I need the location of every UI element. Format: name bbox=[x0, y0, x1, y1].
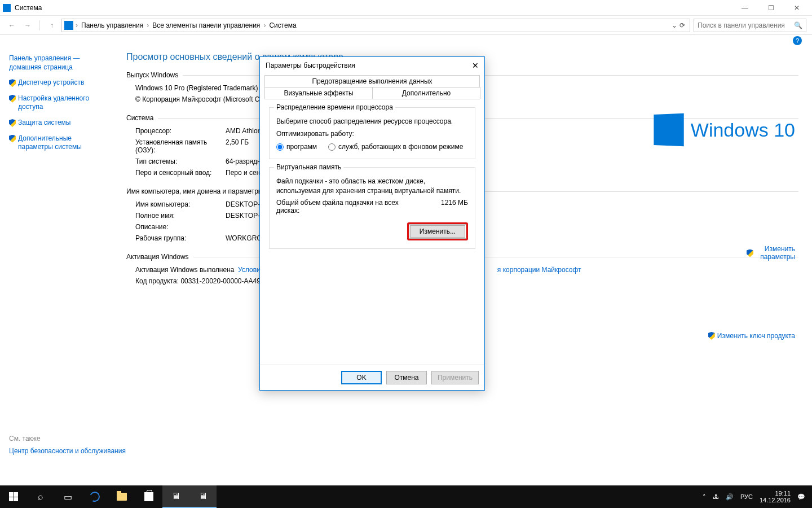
shield-icon bbox=[9, 79, 16, 87]
see-also-section: См. также Центр безопасности и обслужива… bbox=[9, 435, 126, 463]
change-settings-link[interactable]: Изменить параметры bbox=[747, 245, 795, 261]
dialog-close-button[interactable]: ✕ bbox=[456, 61, 479, 70]
link-text: Изменить ключ продукта bbox=[717, 332, 795, 340]
search-box[interactable]: 🔍 bbox=[694, 19, 806, 32]
start-button[interactable] bbox=[0, 485, 27, 508]
windows-logo-icon bbox=[654, 113, 683, 146]
processor-scheduling-group: Распределение времени процессора Выберит… bbox=[269, 107, 475, 159]
system-tray: ˄ 🖧 🔊 РУС 19:11 14.12.2016 💬 bbox=[696, 490, 812, 503]
group-legend: Система bbox=[126, 114, 158, 122]
sidebar-item-advanced-settings[interactable]: Дополнительные параметры системы bbox=[9, 134, 104, 152]
minimize-button[interactable]: — bbox=[732, 0, 758, 16]
radio-background-services[interactable]: служб, работающих в фоновом режиме bbox=[328, 143, 463, 151]
change-button[interactable]: Изменить... bbox=[410, 225, 465, 238]
sidebar-item-label: Дополнительные параметры системы bbox=[18, 134, 104, 152]
help-icon[interactable]: ? bbox=[793, 36, 802, 45]
dialog-tabs: Предотвращение выполнения данных Визуаль… bbox=[264, 75, 480, 99]
breadcrumb-item[interactable]: Все элементы панели управления bbox=[149, 21, 263, 29]
store-icon bbox=[144, 492, 153, 501]
maximize-button[interactable]: ☐ bbox=[758, 0, 784, 16]
task-view-button[interactable]: ▭ bbox=[54, 485, 81, 508]
windows-start-icon bbox=[9, 492, 18, 501]
close-button[interactable]: ✕ bbox=[784, 0, 810, 16]
taskbar-file-explorer[interactable] bbox=[108, 485, 135, 508]
breadcrumb-dropdown-icon[interactable]: ⌄ bbox=[672, 21, 677, 29]
dialog-title: Параметры быстродействия bbox=[266, 62, 355, 69]
radio-label: служб, работающих в фоновом режиме bbox=[338, 143, 463, 151]
breadcrumb-item[interactable]: Система bbox=[266, 21, 299, 29]
group-legend: Выпуск Windows bbox=[126, 71, 183, 79]
see-also-heading: См. также bbox=[9, 435, 126, 443]
sidebar-item-system-protection[interactable]: Защита системы bbox=[9, 119, 104, 128]
control-panel-home-link[interactable]: Панель управления — домашняя страница bbox=[9, 54, 104, 72]
license-terms-link-continued[interactable]: я корпорации Майкрософт bbox=[497, 266, 581, 274]
windows10-logo: Windows 10 bbox=[652, 114, 795, 146]
ok-button[interactable]: OK bbox=[341, 371, 382, 384]
sidebar-item-label: Настройка удаленного доступа bbox=[18, 94, 104, 112]
tray-volume-icon[interactable]: 🔊 bbox=[726, 493, 734, 501]
navigation-bar: ← → ↑ › Панель управления › Все элементы… bbox=[0, 16, 812, 35]
label: Код продукта: bbox=[135, 277, 179, 285]
license-terms-link[interactable]: Услови bbox=[238, 266, 261, 274]
sidebar-item-label: Защита системы bbox=[18, 119, 70, 128]
copyright-text: © Корпорация Майкрософт (Microsoft Co bbox=[135, 95, 263, 103]
radio-input[interactable] bbox=[328, 143, 336, 151]
sidebar-item-device-manager[interactable]: Диспетчер устройств bbox=[9, 78, 104, 87]
app-icon bbox=[2, 3, 11, 12]
control-panel-icon bbox=[64, 21, 73, 30]
tab-dep[interactable]: Предотвращение выполнения данных bbox=[264, 75, 480, 87]
virtual-memory-group: Виртуальная память Файл подкачки - это о… bbox=[269, 167, 475, 248]
sidebar-item-remote-settings[interactable]: Настройка удаленного доступа bbox=[9, 94, 104, 112]
dialog-body: Распределение времени процессора Выберит… bbox=[260, 99, 484, 365]
taskbar-store[interactable] bbox=[135, 485, 162, 508]
vm-total-label: Общий объем файла подкачки на всех диска… bbox=[276, 199, 400, 214]
vm-total-value: 1216 МБ bbox=[441, 199, 468, 214]
label: Полное имя: bbox=[135, 212, 226, 220]
group-legend: Имя компьютера, имя домена и параметры bbox=[126, 187, 267, 195]
search-icon[interactable]: 🔍 bbox=[794, 21, 802, 29]
tray-network-icon[interactable]: 🖧 bbox=[713, 493, 719, 500]
window-title: Система bbox=[15, 4, 732, 12]
forward-button[interactable]: → bbox=[21, 19, 34, 32]
performance-options-dialog: Параметры быстродействия ✕ Предотвращени… bbox=[259, 56, 485, 391]
tray-notifications-icon[interactable]: 💬 bbox=[797, 493, 805, 501]
tab-advanced[interactable]: Дополнительно bbox=[372, 87, 480, 99]
value: 00331-20020-00000-AA497 bbox=[180, 277, 264, 285]
taskbar-app-1[interactable]: 🖥 bbox=[162, 485, 189, 508]
highlight-annotation: Изменить... bbox=[407, 222, 468, 240]
taskbar-app-2[interactable]: 🖥 bbox=[189, 485, 217, 508]
radio-programs[interactable]: программ bbox=[276, 143, 317, 151]
group-legend: Виртуальная память bbox=[274, 163, 343, 171]
tray-clock[interactable]: 19:11 14.12.2016 bbox=[760, 490, 791, 503]
see-also-link[interactable]: Центр безопасности и обслуживания bbox=[9, 447, 126, 456]
search-button[interactable]: ⌕ bbox=[27, 485, 54, 508]
apply-button[interactable]: Применить bbox=[431, 371, 479, 384]
edition-name: Windows 10 Pro (Registered Trademark) bbox=[135, 84, 258, 92]
search-input[interactable] bbox=[698, 21, 794, 29]
windows10-text: Windows 10 bbox=[691, 119, 795, 141]
shield-icon bbox=[9, 135, 16, 143]
taskbar-edge[interactable] bbox=[81, 485, 108, 508]
label: Имя компьютера: bbox=[135, 200, 226, 208]
tray-date: 14.12.2016 bbox=[760, 497, 791, 503]
folder-icon bbox=[117, 493, 127, 501]
dialog-button-bar: OK Отмена Применить bbox=[260, 365, 484, 390]
group-legend: Распределение времени процессора bbox=[274, 103, 395, 111]
cancel-button[interactable]: Отмена bbox=[386, 371, 427, 384]
activation-status: Активация Windows выполнена bbox=[135, 266, 234, 274]
radio-input[interactable] bbox=[276, 143, 284, 151]
back-button[interactable]: ← bbox=[6, 19, 18, 32]
label: Перо и сенсорный ввод: bbox=[135, 169, 226, 177]
tray-chevron-up-icon[interactable]: ˄ bbox=[703, 493, 706, 501]
breadcrumb-item[interactable]: Панель управления bbox=[78, 21, 147, 29]
tray-language[interactable]: РУС bbox=[740, 493, 753, 500]
refresh-button[interactable]: ⟳ bbox=[679, 21, 685, 29]
breadcrumb[interactable]: › Панель управления › Все элементы панел… bbox=[61, 19, 690, 32]
shield-icon bbox=[708, 332, 715, 340]
up-button[interactable]: ↑ bbox=[46, 19, 58, 32]
shield-icon bbox=[747, 249, 753, 257]
tab-visual-effects[interactable]: Визуальные эффекты bbox=[264, 87, 373, 99]
label: Установленная память (ОЗУ): bbox=[135, 138, 226, 154]
label: Рабочая группа: bbox=[135, 234, 226, 242]
change-product-key-link[interactable]: Изменить ключ продукта bbox=[708, 331, 795, 340]
